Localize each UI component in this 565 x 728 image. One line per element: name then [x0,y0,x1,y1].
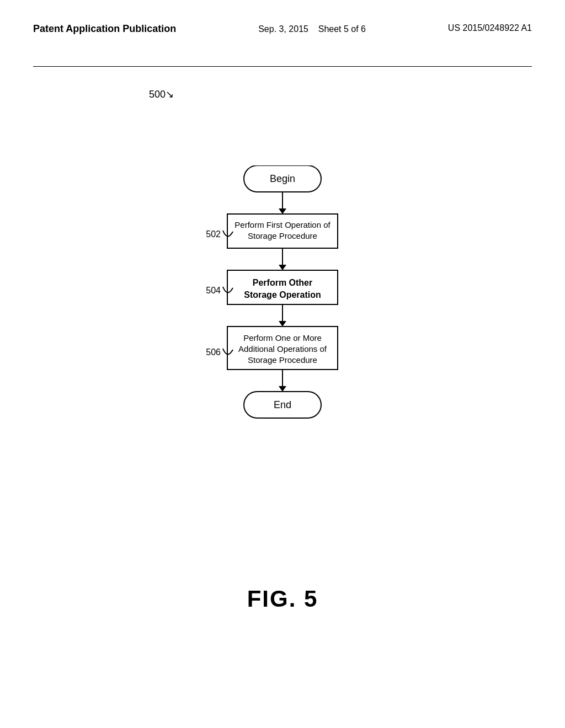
figure-label: FIG. 5 [247,586,318,612]
svg-text:Storage Operation: Storage Operation [244,290,321,299]
flowchart-diagram: Begin Perform First Operation of Storage… [172,165,393,507]
svg-text:504: 504 [206,286,221,295]
svg-text:Additional Operations of: Additional Operations of [238,344,327,354]
svg-text:506: 506 [206,347,221,357]
sheet-label: Sheet 5 of 6 [318,24,366,34]
svg-marker-14 [279,321,286,326]
begin-text: Begin [270,173,295,184]
end-text: End [274,399,291,410]
arrow-500-icon: ↘ [166,89,174,100]
diagram-500-label: 500↘ [149,88,174,100]
page: Patent Application Publication Sep. 3, 2… [0,0,565,728]
patent-number-label: US 2015/0248922 A1 [448,22,532,34]
svg-marker-8 [279,265,286,270]
svg-marker-21 [279,386,286,392]
date-label: Sep. 3, 2015 [258,24,308,34]
svg-text:Perform Other: Perform Other [253,278,312,287]
date-sheet-label: Sep. 3, 2015 Sheet 5 of 6 [258,22,366,36]
publication-label: Patent Application Publication [33,22,176,36]
svg-text:Storage Procedure: Storage Procedure [248,355,317,365]
header-divider [33,66,532,67]
svg-text:Perform One or More: Perform One or More [243,333,322,342]
svg-text:502: 502 [206,229,221,239]
svg-text:Perform First Operation of: Perform First Operation of [234,220,331,229]
svg-marker-2 [279,208,286,214]
svg-text:Storage Procedure: Storage Procedure [248,231,317,240]
header: Patent Application Publication Sep. 3, 2… [0,22,565,36]
